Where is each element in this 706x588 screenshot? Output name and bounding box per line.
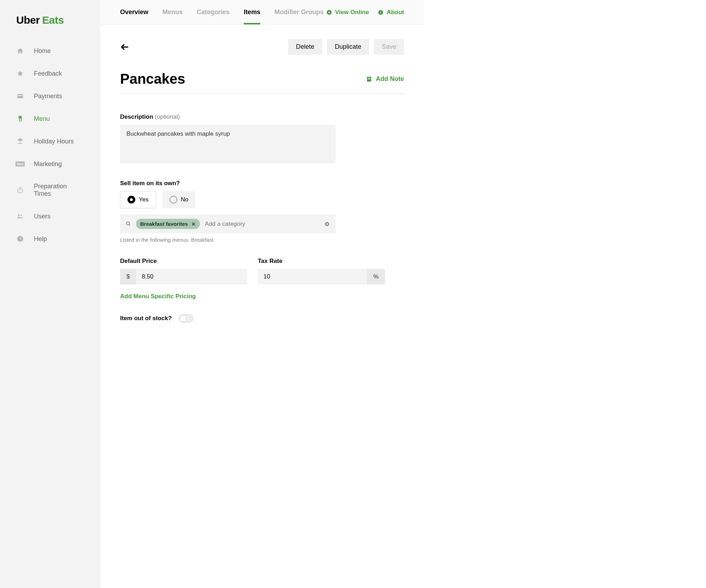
svg-rect-13	[368, 78, 370, 78]
description-optional: (optional)	[155, 113, 180, 120]
radio-icon	[127, 196, 135, 204]
star-icon	[16, 70, 24, 77]
tax-column: Tax Rate %	[258, 258, 385, 284]
sidebar-label: Help	[34, 235, 47, 243]
duplicate-button[interactable]: Duplicate	[327, 39, 369, 55]
description-input[interactable]	[120, 125, 336, 164]
sidebar-item-menu[interactable]: Menu	[0, 107, 100, 130]
toggle-knob-icon	[180, 315, 186, 322]
category-input-box: Breakfast favorites ✕	[120, 214, 336, 233]
sell-section: Sell item on its own? Yes No Breakfast f…	[120, 180, 336, 243]
add-note-label: Add Note	[376, 75, 404, 83]
info-icon	[378, 9, 384, 16]
delete-button[interactable]: Delete	[288, 39, 322, 55]
clear-icon[interactable]	[324, 221, 330, 227]
tax-input[interactable]	[258, 269, 367, 284]
nav-list: Home Feedback Payments Menu Holiday Hour…	[0, 40, 100, 250]
add-note-button[interactable]: Add Note	[366, 75, 404, 83]
home-icon	[16, 47, 24, 55]
svg-rect-10	[380, 12, 381, 13]
currency-prefix: $	[120, 269, 136, 284]
svg-point-4	[20, 214, 22, 216]
sell-no-label: No	[181, 196, 189, 203]
eye-icon	[326, 9, 332, 16]
users-icon	[16, 212, 24, 220]
category-chip: Breakfast favorites ✕	[136, 219, 200, 229]
sidebar-item-preparation-times[interactable]: Preparation Times	[0, 175, 100, 205]
sidebar: Uber Eats Home Feedback Payments Menu	[0, 0, 100, 588]
stock-row: Item out of stock?	[120, 314, 404, 323]
toplinks: View Online About	[326, 9, 404, 16]
description-label: Description (optional)	[120, 113, 336, 120]
tab-categories[interactable]: Categories	[197, 0, 230, 24]
tab-items[interactable]: Items	[244, 0, 260, 24]
sidebar-label: Preparation Times	[34, 183, 84, 198]
timer-icon	[16, 186, 24, 194]
tab-menus[interactable]: Menus	[162, 0, 183, 24]
sidebar-item-marketing[interactable]: New Marketing	[0, 153, 100, 175]
price-label: Default Price	[120, 258, 247, 265]
svg-rect-11	[380, 11, 381, 11]
umbrella-icon	[16, 137, 24, 145]
listed-menus-text: Listed in the following menus: Breakfast	[120, 237, 336, 243]
tab-modifier-groups[interactable]: Modifier Groups	[274, 0, 324, 24]
logo-part-uber: Uber	[16, 14, 40, 26]
svg-text:?: ?	[19, 237, 22, 241]
help-icon: ?	[16, 235, 24, 243]
save-button[interactable]: Save	[374, 39, 404, 55]
new-badge-icon: New	[16, 160, 24, 168]
stock-toggle[interactable]	[179, 314, 194, 323]
sidebar-item-home[interactable]: Home	[0, 40, 100, 62]
content: Delete Duplicate Save Pancakes Add Note …	[100, 25, 424, 337]
topbar: Overview Menus Categories Items Modifier…	[100, 0, 424, 25]
note-icon	[366, 76, 372, 82]
price-input[interactable]	[136, 269, 247, 284]
logo-part-eats: Eats	[42, 14, 64, 26]
tab-overview[interactable]: Overview	[120, 0, 148, 24]
remove-chip-icon[interactable]: ✕	[191, 221, 196, 227]
about-label: About	[387, 9, 404, 16]
stock-label: Item out of stock?	[120, 315, 172, 322]
main: Overview Menus Categories Items Modifier…	[100, 0, 424, 588]
sell-yes-radio[interactable]: Yes	[120, 191, 156, 208]
sidebar-label: Payments	[34, 93, 62, 100]
price-row: Default Price $ Tax Rate %	[120, 258, 404, 284]
tax-label: Tax Rate	[258, 258, 385, 265]
svg-point-3	[18, 214, 20, 216]
title-row: Pancakes Add Note	[120, 71, 404, 94]
svg-point-15	[126, 222, 130, 225]
percent-suffix: %	[367, 269, 385, 284]
menu-specific-pricing-link[interactable]: Add Menu Specific Pricing	[120, 293, 196, 300]
sidebar-label: Home	[34, 47, 51, 55]
view-online-link[interactable]: View Online	[326, 9, 369, 16]
price-input-group: $	[120, 269, 247, 284]
logo: Uber Eats	[0, 14, 100, 40]
search-icon	[126, 221, 131, 227]
utensils-icon	[16, 115, 24, 123]
sell-label: Sell item on its own?	[120, 180, 336, 187]
description-label-text: Description	[120, 113, 153, 120]
svg-rect-14	[368, 79, 370, 80]
category-chip-label: Breakfast favorites	[140, 221, 188, 227]
description-section: Description (optional)	[120, 113, 336, 165]
sidebar-label: Users	[34, 213, 51, 220]
sidebar-label: Marketing	[34, 160, 62, 168]
sell-no-radio[interactable]: No	[162, 191, 196, 208]
category-input[interactable]	[205, 220, 319, 228]
sidebar-item-feedback[interactable]: Feedback	[0, 62, 100, 85]
about-link[interactable]: About	[378, 9, 404, 16]
tabs: Overview Menus Categories Items Modifier…	[120, 0, 324, 24]
sidebar-label: Holiday Hours	[34, 138, 74, 145]
back-arrow-icon[interactable]	[120, 42, 129, 52]
action-buttons: Delete Duplicate Save	[288, 39, 404, 55]
sidebar-item-users[interactable]: Users	[0, 205, 100, 228]
sell-yes-label: Yes	[139, 196, 149, 203]
sidebar-label: Menu	[34, 115, 50, 123]
sidebar-item-holiday-hours[interactable]: Holiday Hours	[0, 130, 100, 153]
sidebar-label: Feedback	[34, 70, 62, 77]
radio-icon	[170, 196, 177, 204]
svg-point-8	[328, 11, 330, 13]
new-badge: New	[16, 161, 25, 166]
sidebar-item-payments[interactable]: Payments	[0, 85, 100, 107]
sidebar-item-help[interactable]: ? Help	[0, 228, 100, 250]
